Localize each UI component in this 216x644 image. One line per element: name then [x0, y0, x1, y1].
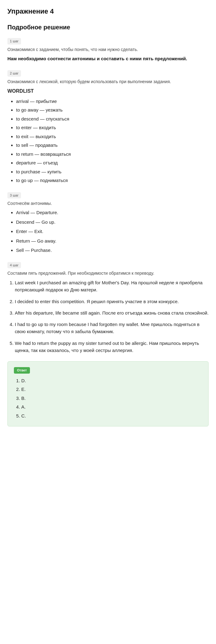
list-item: to exit — выходить [16, 133, 209, 140]
answer-list: D.E.B.A.C. [14, 377, 202, 420]
list-item: I had to go up to my room because I had … [15, 321, 209, 335]
list-item: to descend — спускаться [16, 116, 209, 123]
list-item: Sell — Purchase. [16, 247, 209, 254]
antonyms-list: Arrival — Departure.Descend — Go up.Ente… [7, 209, 209, 254]
list-item: E. [21, 386, 202, 393]
step-4-badge: 4 шаг [7, 262, 21, 269]
step-3: 3 шаг Соотнесём антонимы. Arrival — Depa… [7, 192, 209, 254]
step-1-text: Ознакомимся с заданием, чтобы понять, чт… [7, 46, 209, 53]
list-item: A. [21, 404, 202, 411]
list-item: Arrival — Departure. [16, 209, 209, 216]
page-subtitle: Подробное решение [7, 23, 209, 32]
list-item: to sell — продавать [16, 142, 209, 149]
list-item: to go up — подниматься [16, 177, 209, 184]
list-item: to purchase — купить [16, 168, 209, 176]
step-2: 2 шаг Ознакомимся с лексикой, которую бу… [7, 70, 209, 184]
step-2-text: Ознакомимся с лексикой, которую будем ис… [7, 78, 209, 85]
list-item: Descend — Go up. [16, 219, 209, 226]
step-1-bold: Нам необходимо соотнести антонимы и сост… [7, 55, 209, 62]
list-item: departure — отъезд [16, 159, 209, 167]
answer-section: Ответ D.E.B.A.C. [7, 361, 209, 426]
list-item: Return — Go away. [16, 238, 209, 245]
list-item: to go away — уезжать [16, 107, 209, 114]
wordlist-title: WORDLIST [7, 87, 209, 95]
list-item: After his departure, life became still a… [15, 309, 209, 316]
sentences-list: Last week I purchased an amazing gift fo… [7, 279, 209, 354]
step-4: 4 шаг Составим пять предложений. При нео… [7, 261, 209, 354]
list-item: C. [21, 413, 202, 420]
list-item: to return — возвращаться [16, 151, 209, 158]
list-item: Last week I purchased an amazing gift fo… [15, 279, 209, 294]
step-2-badge: 2 шаг [7, 70, 21, 77]
list-item: We had to return the puppy as my sister … [15, 340, 209, 354]
step-3-badge: 3 шаг [7, 192, 21, 199]
answer-badge: Ответ [14, 367, 30, 374]
list-item: arrival — прибытие [16, 98, 209, 105]
list-item: I decided to enter this competition. Я р… [15, 298, 209, 305]
step-4-text: Составим пять предложений. При необходим… [7, 270, 209, 277]
list-item: D. [21, 377, 202, 384]
step-1: 1 шаг Ознакомимся с заданием, чтобы поня… [7, 37, 209, 62]
word-list: arrival — прибытиеto go away — уезжатьto… [7, 98, 209, 184]
list-item: B. [21, 395, 202, 402]
list-item: to enter — входить [16, 124, 209, 131]
list-item: Enter — Exit. [16, 228, 209, 235]
step-3-text: Соотнесём антонимы. [7, 200, 209, 207]
page-title: Упражнение 4 [7, 6, 209, 16]
step-1-badge: 1 шаг [7, 38, 21, 44]
